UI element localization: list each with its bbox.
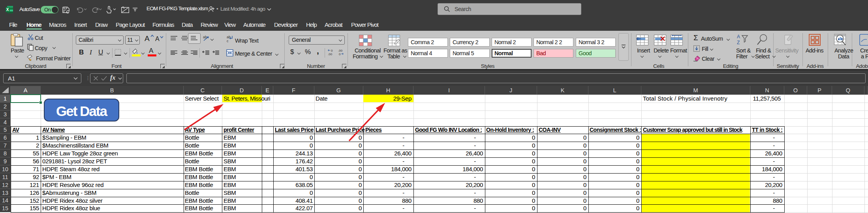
- svg-text:c: c: [227, 39, 229, 43]
- svg-text:Z: Z: [737, 40, 740, 45]
- svg-text:.00: .00: [338, 49, 343, 52]
- svg-text:0: 0: [339, 52, 341, 56]
- svg-text:0: 0: [331, 49, 333, 52]
- svg-text:X: X: [6, 7, 9, 12]
- svg-text:A: A: [737, 34, 740, 39]
- svg-text:.00: .00: [328, 52, 333, 56]
